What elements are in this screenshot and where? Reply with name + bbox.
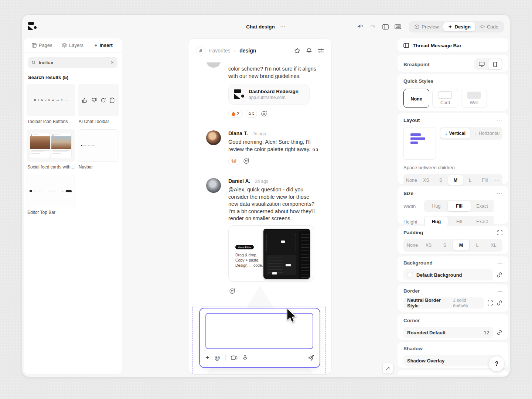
chat-design-canvas: # Favorites › design color scheme? I'm n… (188, 39, 331, 374)
breadcrumb-root[interactable]: Favorites (209, 48, 231, 54)
chat-header: # Favorites › design (188, 39, 331, 62)
left-sidebar: Pages Layers + Insert × Search results (… (24, 38, 122, 374)
video-icon[interactable] (231, 355, 238, 360)
width-exact[interactable]: Exact (471, 201, 494, 211)
fire-icon (232, 112, 235, 116)
undo-icon[interactable]: ↶ (355, 21, 365, 32)
breadcrumb-current[interactable]: design (239, 48, 256, 54)
reaction-raised-hands[interactable] (228, 157, 239, 165)
quick-style-none[interactable]: None (403, 89, 429, 108)
toggle-sidebar-icon[interactable] (380, 21, 391, 32)
avatar-diana[interactable] (206, 130, 221, 145)
individual-padding-icon[interactable] (497, 230, 502, 235)
magic-wand-button[interactable] (383, 363, 393, 374)
search-result-ai-chat-toolbar[interactable]: AI Chat Toolbar (78, 84, 119, 124)
attach-plus-icon[interactable]: + (205, 354, 209, 361)
padding-xl[interactable]: XL (485, 240, 502, 250)
redo-icon[interactable]: ↷ (368, 21, 378, 32)
shadow-value-row[interactable]: Shadow Overlay (403, 355, 502, 366)
link-token-icon[interactable] (497, 300, 502, 306)
send-icon[interactable] (308, 355, 314, 361)
search-result-editor-top-bar[interactable]: Editor Top Bar (27, 175, 75, 215)
toolbar-divider (225, 355, 226, 361)
space-none[interactable]: None (404, 175, 419, 185)
padding-l[interactable]: L (469, 240, 485, 250)
layout-menu-icon[interactable]: ⋯ (497, 117, 502, 123)
document-menu-icon[interactable]: ⋯ (280, 23, 286, 30)
mode-design[interactable]: Design (443, 22, 475, 31)
breakpoint-mobile-button[interactable] (488, 59, 502, 69)
help-button[interactable]: ? (489, 356, 504, 371)
padding-m[interactable]: M (453, 240, 469, 250)
quick-style-well[interactable]: Well (461, 89, 487, 108)
selected-component-name: Thread Message Bar (413, 43, 461, 48)
space-overflow-icon[interactable]: ⋯ (492, 175, 502, 185)
space-fill[interactable]: Fill (477, 175, 492, 185)
filter-settings-icon[interactable] (318, 48, 324, 54)
message-author[interactable]: Daniel A. (228, 178, 250, 184)
direction-horizontal[interactable]: → Horizontal (470, 128, 502, 139)
add-reaction-button[interactable] (228, 287, 236, 295)
thread-message-bar[interactable]: + @ (199, 308, 320, 368)
keyboard-shortcuts-icon[interactable] (393, 21, 403, 32)
tab-insert[interactable]: + Insert (89, 38, 118, 52)
breakpoint-desktop-button[interactable] (475, 59, 488, 69)
avatar-daniel[interactable] (206, 178, 221, 193)
width-fill[interactable]: Fill (448, 201, 471, 211)
result-thumbnail (27, 129, 75, 162)
quick-style-card[interactable]: Card (432, 89, 458, 108)
individual-border-icon[interactable] (488, 300, 493, 306)
selection-outline: + @ (192, 307, 326, 374)
background-value-row[interactable]: Default Background (403, 269, 493, 280)
bell-icon[interactable] (306, 48, 312, 54)
clear-search-icon[interactable]: × (111, 59, 114, 65)
height-fill[interactable]: Fill (448, 216, 471, 227)
height-exact[interactable]: Exact (471, 216, 494, 227)
add-reaction-button[interactable] (242, 157, 250, 165)
link-preview-card[interactable]: Dashboard Redesign app.subframe.com (228, 84, 310, 105)
collapse-section-icon[interactable]: — (498, 288, 502, 294)
add-reaction-button[interactable] (260, 110, 268, 118)
link-token-icon[interactable] (497, 272, 502, 278)
tab-layers[interactable]: Layers (58, 38, 87, 52)
space-m[interactable]: M (448, 175, 463, 185)
layout-section: Layout ⋯ ↓ Vertical → Horizontal (398, 113, 508, 184)
direction-vertical[interactable]: ↓ Vertical (440, 128, 470, 139)
space-s[interactable]: S (433, 175, 448, 185)
padding-xs[interactable]: XS (420, 240, 437, 250)
subframe-logo[interactable] (28, 22, 37, 31)
thumbs-up-icon (82, 98, 88, 103)
link-token-icon[interactable] (497, 330, 502, 335)
color-swatch (407, 272, 413, 278)
mention-icon[interactable]: @ (215, 355, 220, 361)
star-icon[interactable] (294, 48, 300, 54)
padding-none[interactable]: None (404, 240, 420, 250)
collapse-section-icon[interactable]: — (498, 260, 502, 266)
size-menu-icon[interactable]: ⋯ (497, 190, 502, 197)
search-input[interactable] (39, 60, 108, 65)
tab-pages[interactable]: Pages (27, 38, 57, 52)
mode-preview[interactable]: Preview (410, 22, 443, 31)
section-label: Layout (403, 117, 420, 123)
reaction-eyes[interactable] (246, 110, 257, 118)
message-author[interactable]: Diana T. (228, 130, 248, 136)
width-hug[interactable]: Hug (425, 201, 448, 211)
height-hug[interactable]: Hug (425, 216, 448, 227)
padding-s[interactable]: S (437, 240, 453, 250)
space-l[interactable]: L (463, 175, 478, 185)
microphone-icon[interactable] (243, 355, 247, 361)
mouse-cursor (286, 308, 298, 324)
corner-value-row[interactable]: Rounded Default 12 (403, 327, 493, 338)
space-xs[interactable]: XS (419, 175, 434, 185)
collapse-section-icon[interactable]: — (498, 346, 502, 351)
search-result-navbar[interactable]: Navbar (78, 129, 119, 170)
mode-code[interactable]: <> Code (475, 22, 503, 31)
reaction-fire[interactable]: 2 (228, 110, 243, 118)
search-result-toolbar-icon-buttons[interactable]: BIS⌁≡⇄≔⌗⋯ Toolbar Icon Buttons (27, 84, 75, 124)
breadcrumb-chevron-icon: › (234, 48, 236, 54)
search-result-social-feed-cards[interactable]: Social feed cards with... (27, 129, 75, 170)
app-window: Chat design ⋯ ↶ ↷ Preview (22, 15, 510, 377)
border-value-row[interactable]: Neutral Border Style 1 solid e5e5e5 (403, 297, 484, 308)
collapse-section-icon[interactable]: — (498, 318, 502, 323)
attachment-image-card[interactable]: Visual Editor Drag & drop. Copy + paste.… (228, 225, 314, 282)
